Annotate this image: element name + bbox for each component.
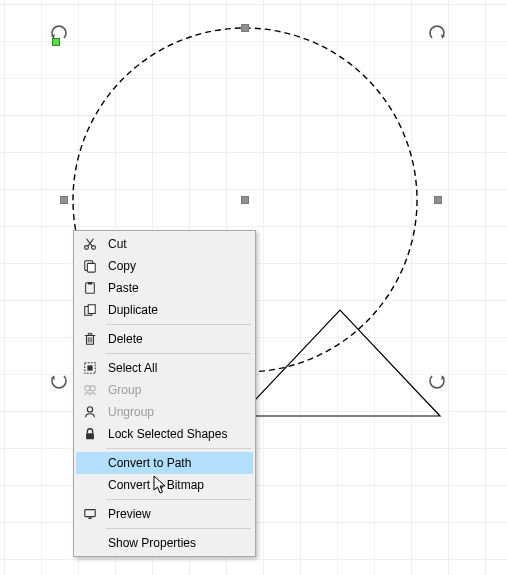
menu-item-duplicate[interactable]: Duplicate [76,299,253,321]
drawing-canvas[interactable]: Cut Copy Paste Duplicate Delete [0,0,507,575]
menu-separator [106,499,251,500]
menu-item-preview[interactable]: Preview [76,503,253,525]
menu-label: Delete [102,332,143,346]
scissors-icon [78,233,102,255]
svg-rect-8 [88,282,92,285]
svg-rect-23 [85,510,96,517]
menu-separator [106,353,251,354]
ungroup-icon [78,401,102,423]
svg-rect-6 [87,263,95,272]
menu-label: Duplicate [102,303,158,317]
svg-rect-10 [88,305,95,314]
menu-item-lock[interactable]: Lock Selected Shapes [76,423,253,445]
blank-icon [78,532,102,554]
menu-separator [106,324,251,325]
menu-item-select-all[interactable]: Select All [76,357,253,379]
menu-label: Cut [102,237,127,251]
menu-label: Show Properties [102,536,196,550]
rotate-handle-br[interactable] [428,372,446,390]
menu-label: Paste [102,281,139,295]
svg-rect-18 [87,365,92,370]
context-menu: Cut Copy Paste Duplicate Delete [73,230,256,557]
trash-icon [78,328,102,350]
rotate-handle-bl[interactable] [50,372,68,390]
duplicate-icon [78,299,102,321]
resize-handle-center[interactable] [241,196,249,204]
menu-item-convert-to-path[interactable]: Convert to Path [76,452,253,474]
menu-label: Copy [102,259,136,273]
resize-handle-top[interactable] [241,24,249,32]
menu-label: Group [102,383,141,397]
menu-label: Preview [102,507,151,521]
menu-label: Select All [102,361,157,375]
svg-point-19 [85,386,90,391]
resize-handle-left[interactable] [60,196,68,204]
resize-handle-right[interactable] [434,196,442,204]
svg-rect-16 [88,333,92,335]
menu-label: Convert to Path [102,456,191,470]
blank-icon [78,452,102,474]
resize-handle-origin[interactable] [52,38,60,46]
menu-item-convert-to-bitmap[interactable]: Convert to Bitmap [76,474,253,496]
clipboard-icon [78,277,102,299]
menu-item-group: Group [76,379,253,401]
menu-separator [106,448,251,449]
monitor-icon [78,503,102,525]
menu-label: Lock Selected Shapes [102,427,227,441]
copy-icon [78,255,102,277]
rotate-handle-tr[interactable] [428,24,446,42]
svg-point-20 [90,386,95,391]
menu-separator [106,528,251,529]
svg-point-21 [87,407,92,412]
menu-item-paste[interactable]: Paste [76,277,253,299]
menu-item-show-properties[interactable]: Show Properties [76,532,253,554]
lock-icon [78,423,102,445]
menu-item-ungroup: Ungroup [76,401,253,423]
menu-item-copy[interactable]: Copy [76,255,253,277]
select-all-icon [78,357,102,379]
menu-label: Ungroup [102,405,154,419]
blank-icon [78,474,102,496]
menu-item-cut[interactable]: Cut [76,233,253,255]
group-icon [78,379,102,401]
menu-label: Convert to Bitmap [102,478,204,492]
menu-item-delete[interactable]: Delete [76,328,253,350]
svg-rect-22 [86,433,94,439]
